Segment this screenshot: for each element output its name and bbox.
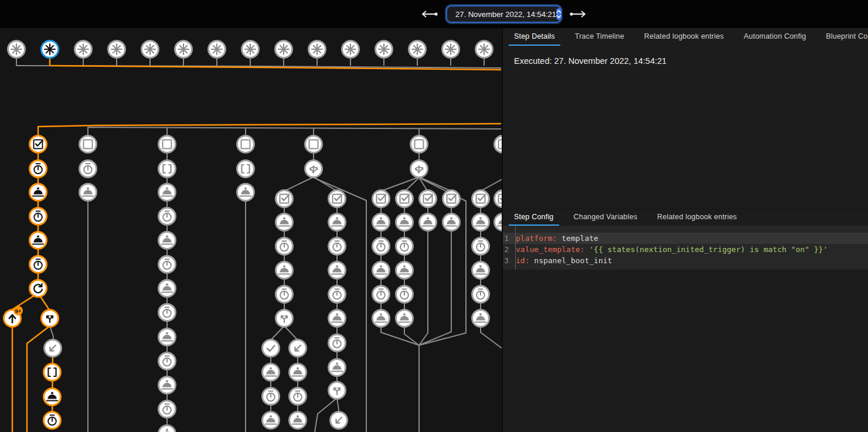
service-call-node[interactable]	[159, 232, 176, 249]
delay-node[interactable]	[373, 238, 390, 255]
service-call-node[interactable]	[472, 310, 489, 327]
code-line[interactable]: 3id: nspanel_boot_init	[503, 255, 868, 266]
tab-related-logbook-entries[interactable]: Related logbook entries	[652, 209, 742, 226]
sequence-node[interactable]	[237, 161, 254, 178]
service-call-node[interactable]	[159, 280, 176, 297]
sequence-node[interactable]	[44, 364, 61, 381]
delay-node[interactable]	[373, 286, 390, 303]
condition-node[interactable]	[276, 191, 293, 208]
service-call-node[interactable]	[495, 214, 502, 231]
condition-node[interactable]	[80, 136, 97, 153]
service-call-node[interactable]	[159, 329, 176, 346]
condition-node[interactable]	[420, 191, 437, 208]
trigger-node[interactable]	[342, 41, 359, 58]
condition-node[interactable]	[495, 191, 502, 208]
service-call-node[interactable]	[329, 359, 346, 376]
condition-node[interactable]	[443, 191, 460, 208]
condition-node[interactable]	[329, 191, 346, 208]
trigger-node[interactable]	[75, 41, 92, 58]
service-call-node[interactable]	[159, 377, 176, 394]
tab-step-config[interactable]: Step Config	[509, 209, 559, 226]
condition-node[interactable]	[30, 136, 47, 153]
trigger-node[interactable]	[275, 41, 292, 58]
service-call-node[interactable]	[263, 364, 280, 381]
delay-node[interactable]	[263, 388, 280, 405]
service-call-node[interactable]	[329, 214, 346, 231]
service-call-node[interactable]	[472, 262, 489, 279]
if-node[interactable]	[329, 382, 346, 399]
service-call-node[interactable]	[263, 412, 280, 429]
delay-node[interactable]	[276, 286, 293, 303]
service-call-node[interactable]	[373, 262, 390, 279]
delay-node[interactable]	[159, 208, 176, 225]
service-call-node[interactable]	[237, 184, 254, 201]
delay-node[interactable]	[396, 286, 413, 303]
condition-node[interactable]	[237, 136, 254, 153]
sequence-node[interactable]	[159, 161, 176, 178]
service-call-node[interactable]	[329, 262, 346, 279]
service-call-node[interactable]	[159, 426, 176, 432]
tab-trace-timeline[interactable]: Trace Timeline	[570, 28, 629, 46]
delay-node[interactable]	[290, 388, 307, 405]
service-call-node[interactable]	[373, 310, 390, 327]
delay-node[interactable]	[30, 161, 47, 178]
arrow-down-left-node[interactable]	[290, 340, 307, 357]
trigger-node[interactable]	[175, 41, 192, 58]
condition-node[interactable]	[159, 136, 176, 153]
trigger-node[interactable]	[209, 41, 226, 58]
service-call-node[interactable]	[290, 412, 307, 429]
service-call-node[interactable]	[80, 184, 97, 201]
yaml-editor[interactable]: 1platform: template2value_template: '{{ …	[503, 226, 868, 270]
service-call-node[interactable]	[396, 214, 413, 231]
delay-node[interactable]	[30, 256, 47, 273]
delay-node[interactable]	[276, 238, 293, 255]
trigger-node[interactable]	[142, 41, 159, 58]
service-call-node[interactable]	[420, 214, 437, 231]
service-call-node[interactable]	[472, 214, 489, 231]
condition-node[interactable]	[411, 136, 428, 153]
run-select[interactable]: 27. November 2022, 14:54:21	[447, 6, 560, 22]
trigger-node[interactable]	[442, 41, 459, 58]
delay-node[interactable]	[159, 256, 176, 273]
next-run-button[interactable]	[568, 9, 588, 19]
tab-related-logbook-entries[interactable]: Related logbook entries	[639, 28, 729, 46]
delay-node[interactable]	[472, 286, 489, 303]
if-node[interactable]	[42, 310, 59, 327]
delay-node[interactable]	[159, 304, 176, 321]
delay-node[interactable]	[30, 208, 47, 225]
service-call-node[interactable]	[276, 262, 293, 279]
service-call-node[interactable]	[443, 214, 460, 231]
condition-node[interactable]	[305, 136, 322, 153]
service-call-node[interactable]	[159, 184, 176, 201]
previous-run-button[interactable]	[420, 9, 440, 19]
tab-changed-variables[interactable]: Changed Variables	[569, 209, 643, 226]
delay-node[interactable]	[329, 286, 346, 303]
delay-node[interactable]	[159, 401, 176, 418]
condition-node[interactable]	[472, 191, 489, 208]
condition-node[interactable]	[495, 136, 502, 153]
check-node[interactable]	[263, 340, 280, 357]
arrow-down-left-node[interactable]	[331, 412, 348, 429]
delay-node[interactable]	[329, 335, 346, 352]
choose-node[interactable]	[411, 161, 428, 178]
trigger-node[interactable]	[42, 41, 59, 58]
delay-node[interactable]	[329, 238, 346, 255]
delay-node[interactable]	[472, 238, 489, 255]
trigger-node[interactable]	[242, 41, 259, 58]
delay-node[interactable]	[80, 161, 97, 178]
service-call-node[interactable]	[290, 364, 307, 381]
tab-blueprint-config[interactable]: Blueprint Config	[821, 28, 868, 46]
condition-node[interactable]	[373, 191, 390, 208]
tab-automation-config[interactable]: Automation Config	[738, 28, 811, 46]
trigger-node[interactable]	[476, 41, 493, 58]
if-node[interactable]	[276, 310, 293, 327]
code-line[interactable]: 2value_template: '{{ states(nextion_init…	[503, 244, 868, 255]
service-call-node[interactable]	[373, 214, 390, 231]
choose-node[interactable]	[305, 161, 322, 178]
repeat-node[interactable]	[30, 280, 47, 297]
service-call-node[interactable]	[30, 232, 47, 249]
delay-node[interactable]	[44, 412, 61, 429]
delay-node[interactable]	[159, 353, 176, 370]
service-call-node[interactable]	[396, 310, 413, 327]
delay-node[interactable]	[396, 238, 413, 255]
